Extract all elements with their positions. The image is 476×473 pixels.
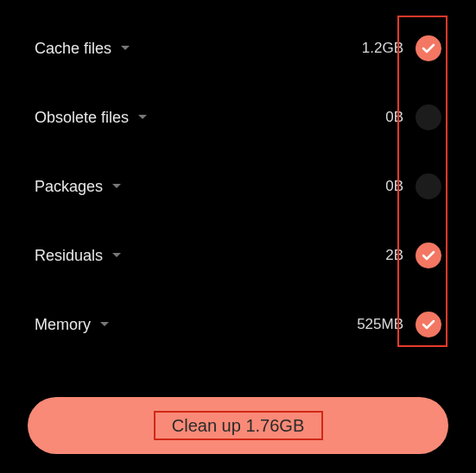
item-label-wrap: Memory [35, 316, 334, 334]
chevron-down-icon [120, 45, 130, 52]
chevron-down-icon [111, 252, 122, 259]
checkbox-residuals[interactable] [416, 243, 441, 268]
chevron-down-icon [137, 114, 148, 121]
checkbox-cache-files[interactable] [416, 35, 441, 61]
list-item[interactable]: Residuals 2B [0, 221, 476, 290]
list-item[interactable]: Packages 0B [0, 152, 476, 221]
list-item[interactable]: Cache files 1.2GB [0, 14, 476, 83]
chevron-down-icon [99, 321, 110, 328]
item-size: 525MB [334, 316, 403, 333]
clean-up-button[interactable]: Clean up 1.76GB [28, 397, 448, 454]
item-size: 0B [334, 178, 403, 195]
item-label: Cache files [35, 40, 111, 58]
cleanup-list: Cache files 1.2GB Obsolete files 0B Pack… [0, 0, 476, 359]
clean-up-button-label: Clean up 1.76GB [172, 416, 304, 436]
list-item[interactable]: Obsolete files 0B [0, 83, 476, 152]
item-size: 0B [334, 109, 403, 126]
list-item[interactable]: Memory 525MB [0, 290, 476, 359]
checkbox-memory[interactable] [416, 312, 441, 337]
item-label: Memory [35, 316, 91, 334]
item-label: Packages [35, 178, 103, 196]
item-label-wrap: Residuals [35, 247, 334, 265]
button-wrap: Clean up 1.76GB [28, 397, 448, 454]
item-size: 2B [334, 247, 403, 264]
item-label: Residuals [35, 247, 103, 265]
chevron-down-icon [111, 183, 122, 190]
checkbox-packages[interactable] [416, 173, 441, 199]
item-label-wrap: Obsolete files [35, 109, 334, 127]
checkbox-obsolete-files[interactable] [416, 104, 441, 130]
item-size: 1.2GB [334, 40, 403, 57]
item-label-wrap: Cache files [35, 40, 334, 58]
item-label-wrap: Packages [35, 178, 334, 196]
item-label: Obsolete files [35, 109, 129, 127]
